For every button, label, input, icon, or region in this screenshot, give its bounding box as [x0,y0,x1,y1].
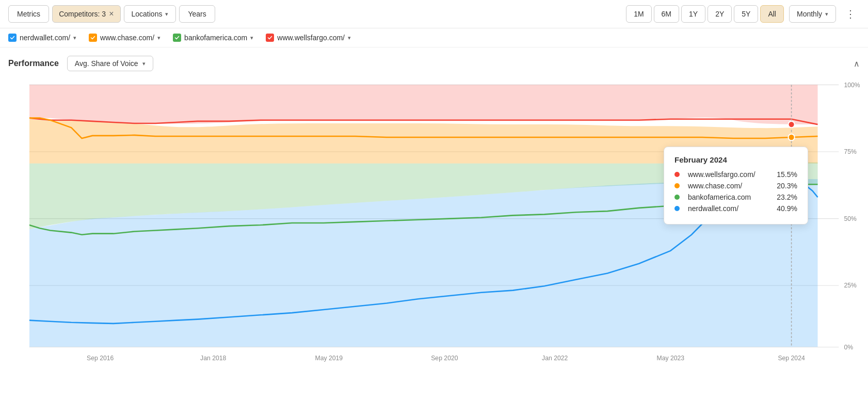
all-button[interactable]: All [760,5,784,23]
tooltip-dot-wellsfargo [674,172,680,177]
svg-text:25%: 25% [844,282,856,289]
years-tab[interactable]: Years [179,5,215,23]
tooltip-row-bofa: bankofamerica.com 23.2% [674,193,797,201]
tooltip-pct-nerdwallet: 40.9% [777,204,797,213]
svg-text:Jan 2018: Jan 2018 [200,355,226,362]
tooltip-dot-bofa [674,195,680,200]
bofa-chevron-icon: ▾ [250,35,253,41]
nerdwallet-checkbox[interactable] [8,34,17,42]
chase-domain[interactable]: www.chase.com/ ▾ [89,34,160,42]
svg-text:Sep 2020: Sep 2020 [431,355,458,362]
locations-tab[interactable]: Locations ▾ [124,5,176,23]
tooltip-domain-bofa: bankofamerica.com [688,193,768,201]
chart-container: 100% 75% 50% 25% 0% [8,79,860,368]
6m-button[interactable]: 6M [654,5,679,23]
collapse-button[interactable]: ∧ [854,59,860,69]
1m-button[interactable]: 1M [626,5,651,23]
tooltip-domain-nerdwallet: nerdwallet.com/ [688,204,768,213]
monthly-chevron-icon: ▾ [825,11,828,18]
bofa-domain[interactable]: bankofamerica.com ▾ [173,34,253,42]
1y-button[interactable]: 1Y [681,5,705,23]
competitors-tab[interactable]: Competitors: 3 × [52,5,120,23]
tooltip-row-nerdwallet: nerdwallet.com/ 40.9% [674,204,797,213]
monthly-dropdown[interactable]: Monthly ▾ [789,5,836,23]
chase-label: www.chase.com/ [100,34,154,42]
metric-chevron-icon: ▾ [142,60,146,67]
tooltip-pct-chase: 20.3% [777,182,797,190]
metrics-tab[interactable]: Metrics [8,5,49,23]
svg-text:0%: 0% [844,344,853,351]
tooltip-domain-chase: www.chase.com/ [688,182,768,190]
monthly-label: Monthly [797,10,822,18]
chase-checkbox[interactable] [89,34,97,42]
chart-section: Performance Avg. Share of Voice ▾ ∧ 100%… [0,47,868,368]
tooltip-pct-bofa: 23.2% [777,193,797,201]
tooltip-domain-wellsfargo: www.wellsfargo.com/ [688,170,768,179]
tooltip-title: February 2024 [674,155,797,164]
wellsfargo-checkbox[interactable] [266,34,274,42]
chart-header: Performance Avg. Share of Voice ▾ ∧ [8,56,860,71]
tooltip-pct-wellsfargo: 15.5% [777,170,797,179]
2y-button[interactable]: 2Y [708,5,732,23]
svg-text:100%: 100% [844,81,860,88]
chart-title: Performance [8,59,59,68]
chase-dot [788,134,794,140]
top-bar: Metrics Competitors: 3 × Locations ▾ Yea… [0,0,868,28]
wellsfargo-label: www.wellsfargo.com/ [277,34,345,42]
svg-text:Sep 2024: Sep 2024 [778,355,805,362]
svg-text:May 2019: May 2019 [315,355,343,362]
svg-text:50%: 50% [844,215,856,222]
locations-chevron-icon: ▾ [165,11,168,18]
wellsfargo-domain[interactable]: www.wellsfargo.com/ ▾ [266,34,351,42]
svg-text:75%: 75% [844,148,856,155]
tooltip-row-chase: www.chase.com/ 20.3% [674,182,797,190]
metric-dropdown[interactable]: Avg. Share of Voice ▾ [67,56,153,71]
competitors-label: Competitors: 3 [59,10,106,18]
wellsfargo-chevron-icon: ▾ [348,35,351,41]
svg-text:Jan 2022: Jan 2022 [542,355,568,362]
locations-label: Locations [132,10,163,18]
tooltip-dot-nerdwallet [674,206,680,211]
svg-text:May 2023: May 2023 [657,355,685,362]
nerdwallet-domain[interactable]: nerdwallet.com/ ▾ [8,34,76,42]
svg-text:Sep 2016: Sep 2016 [87,355,114,362]
nerdwallet-label: nerdwallet.com/ [20,34,70,42]
wellsfargo-dot [788,121,794,127]
more-options-button[interactable]: ⋮ [841,6,860,22]
tooltip-row-wellsfargo: www.wellsfargo.com/ 15.5% [674,170,797,179]
time-buttons: 1M 6M 1Y 2Y 5Y All [626,5,784,23]
5y-button[interactable]: 5Y [734,5,758,23]
competitors-close-icon[interactable]: × [109,10,114,18]
bofa-label: bankofamerica.com [184,34,247,42]
chase-chevron-icon: ▾ [157,35,160,41]
nerdwallet-chevron-icon: ▾ [73,35,76,41]
metric-label: Avg. Share of Voice [75,59,138,68]
tooltip-dot-chase [674,183,680,188]
bofa-checkbox[interactable] [173,34,181,42]
domain-bar: nerdwallet.com/ ▾ www.chase.com/ ▾ banko… [0,28,868,47]
tooltip: February 2024 www.wellsfargo.com/ 15.5% … [664,147,808,224]
